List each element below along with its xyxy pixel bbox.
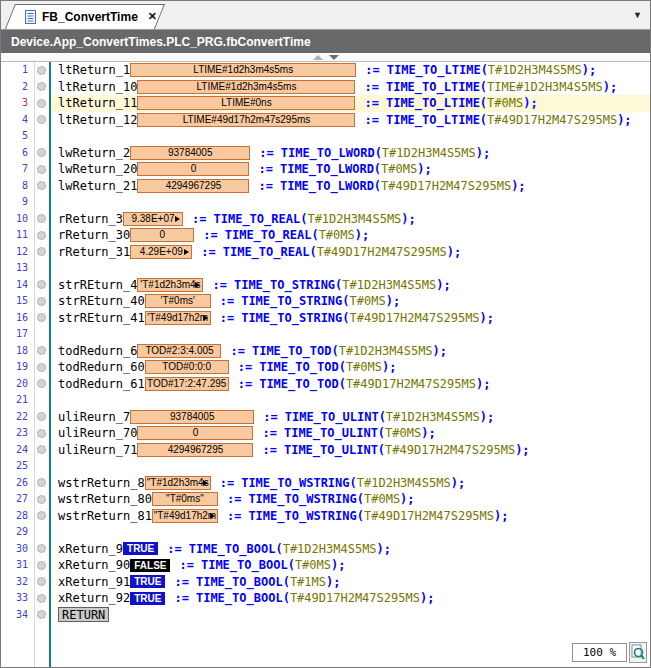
breakpoint-gutter[interactable] (33, 247, 49, 256)
code-line-text[interactable] (51, 194, 650, 211)
breakpoint-bullet[interactable] (37, 429, 46, 438)
inline-value-box[interactable]: 93784005 (130, 146, 250, 160)
bool-value-chip[interactable]: TRUE (130, 592, 165, 605)
value-expand-arrow-icon[interactable] (210, 513, 215, 519)
breakpoint-bullet[interactable] (37, 412, 46, 421)
zoom-level-button[interactable]: 100 % (572, 643, 627, 662)
breakpoint-gutter[interactable] (33, 148, 49, 157)
inline-value-box[interactable]: "T#49d17h2m (152, 509, 218, 523)
code-line-text[interactable]: wstrReturn_8"T#1d2h3m4s:=TIME_TO_WSTRING… (51, 475, 650, 492)
code-line-text[interactable]: rReturn_300:=TIME_TO_REAL(T#0MS); (51, 227, 650, 244)
code-line-text[interactable] (51, 392, 650, 409)
tab-fb-converttime[interactable]: FB_ConvertTime ✕ (15, 4, 165, 29)
breakpoint-gutter[interactable] (33, 445, 49, 454)
magnifier-button[interactable] (629, 642, 647, 663)
breakpoint-gutter[interactable] (33, 297, 49, 306)
breakpoint-bullet[interactable] (37, 544, 46, 553)
breakpoint-bullet[interactable] (37, 313, 46, 322)
code-line-text[interactable]: lwReturn_214294967295:=TIME_TO_LWORD(T#4… (51, 178, 650, 195)
bool-value-chip[interactable]: TRUE (123, 542, 158, 555)
breakpoint-bullet[interactable] (37, 577, 46, 586)
inline-value-box[interactable]: 4.29E+09 (130, 245, 192, 259)
code-line-text[interactable]: ltReturn_11LTIME#0ns:=TIME_TO_LTIME(T#0M… (51, 95, 650, 112)
inline-value-box[interactable]: 'T#1d2h3m4s (137, 278, 203, 292)
inline-value-box[interactable]: LTIME#1d2h3m4s5ms (137, 80, 355, 94)
code-line-text[interactable]: xReturn_9TRUE:=TIME_TO_BOOL(T#1D2H3M4S5M… (51, 541, 650, 558)
breakpoint-bullet[interactable] (37, 247, 46, 256)
tab-list-dropdown-icon[interactable]: ▼ (633, 10, 642, 20)
breakpoint-gutter[interactable] (33, 495, 49, 504)
value-expand-arrow-icon[interactable] (184, 249, 189, 255)
inline-value-box[interactable]: LTIME#1d2h3m4s5ms (130, 63, 356, 77)
breakpoint-gutter[interactable] (33, 313, 49, 322)
breakpoint-gutter[interactable] (33, 610, 49, 619)
code-line-text[interactable] (51, 128, 650, 145)
code-line-text[interactable]: wstrReturn_80"T#0ms":=TIME_TO_WSTRING(T#… (51, 491, 650, 508)
code-line-text[interactable]: todRedurn_60TOD#0:0:0:=TIME_TO_TOD(T#0MS… (51, 359, 650, 376)
breakpoint-bullet[interactable] (37, 379, 46, 388)
breakpoint-gutter[interactable] (33, 511, 49, 520)
inline-value-box[interactable]: 0 (137, 426, 253, 440)
inline-value-box[interactable]: 93784005 (130, 410, 254, 424)
breakpoint-bullet[interactable] (37, 165, 46, 174)
breakpoint-gutter[interactable] (33, 577, 49, 586)
breakpoint-gutter[interactable] (33, 99, 49, 108)
code-line-text[interactable]: ltReturn_10LTIME#1d2h3m4s5ms:=TIME_TO_LT… (51, 79, 650, 96)
breakpoint-gutter[interactable] (33, 214, 49, 223)
inline-value-box[interactable]: 0 (137, 162, 249, 176)
breakpoint-gutter[interactable] (33, 280, 49, 289)
declaration-splitter[interactable] (1, 53, 650, 62)
bool-value-chip[interactable]: FALSE (130, 559, 170, 572)
breakpoint-gutter[interactable] (33, 544, 49, 553)
code-line-text[interactable]: rReturn_39.38E+07:=TIME_TO_REAL(T#1D2H3M… (51, 211, 650, 228)
code-line-text[interactable]: lwReturn_293784005:=TIME_TO_LWORD(T#1D2H… (51, 145, 650, 162)
inline-value-box[interactable]: LTIME#49d17h2m47s295ms (137, 113, 355, 127)
breakpoint-gutter[interactable] (33, 363, 49, 372)
inline-value-box[interactable]: 9.38E+07 (123, 212, 183, 226)
inline-value-box[interactable]: TOD#0:0:0 (145, 360, 229, 374)
breakpoint-gutter[interactable] (33, 594, 49, 603)
code-line-text[interactable]: xReturn_92TRUE:=TIME_TO_BOOL(T#49D17H2M4… (51, 590, 650, 607)
inline-value-box[interactable]: "T#1d2h3m4s (145, 476, 211, 490)
breakpoint-gutter[interactable] (33, 66, 49, 75)
breakpoint-bullet[interactable] (37, 148, 46, 157)
code-line-text[interactable]: rReturn_314.29E+09:=TIME_TO_REAL(T#49D17… (51, 244, 650, 261)
code-line-text[interactable]: lwReturn_200:=TIME_TO_LWORD(T#0MS); (51, 161, 650, 178)
breakpoint-gutter[interactable] (33, 165, 49, 174)
breakpoint-gutter[interactable] (33, 478, 49, 487)
code-editor[interactable]: 1ltReturn_1LTIME#1d2h3m4s5ms:=TIME_TO_LT… (1, 62, 650, 667)
inline-value-box[interactable]: 4294967295 (137, 179, 249, 193)
breakpoint-bullet[interactable] (37, 280, 46, 289)
breakpoint-bullet[interactable] (37, 214, 46, 223)
breakpoint-gutter[interactable] (33, 231, 49, 240)
breakpoint-bullet[interactable] (37, 66, 46, 75)
breakpoint-bullet[interactable] (37, 478, 46, 487)
breakpoint-bullet[interactable] (37, 561, 46, 570)
code-line-text[interactable]: todRedurn_61TOD#17:2:47.295:=TIME_TO_TOD… (51, 376, 650, 393)
breakpoint-bullet[interactable] (37, 231, 46, 240)
breakpoint-bullet[interactable] (37, 297, 46, 306)
breakpoint-bullet[interactable] (37, 99, 46, 108)
code-line-text[interactable] (51, 524, 650, 541)
inline-value-box[interactable]: 'T#0ms' (145, 294, 211, 308)
breakpoint-gutter[interactable] (33, 82, 49, 91)
value-expand-arrow-icon[interactable] (203, 480, 208, 486)
code-line-text[interactable]: xReturn_91TRUE:=TIME_TO_BOOL(T#1MS); (51, 574, 650, 591)
breakpoint-bullet[interactable] (37, 495, 46, 504)
breakpoint-gutter[interactable] (33, 429, 49, 438)
value-expand-arrow-icon[interactable] (203, 315, 208, 321)
breakpoint-bullet[interactable] (37, 445, 46, 454)
breakpoint-gutter[interactable] (33, 115, 49, 124)
breakpoint-bullet[interactable] (37, 181, 46, 190)
breakpoint-gutter[interactable] (33, 561, 49, 570)
code-line-text[interactable]: wstrReturn_81"T#49d17h2m:=TIME_TO_WSTRIN… (51, 508, 650, 525)
code-line-text[interactable]: RETURN (51, 607, 650, 624)
inline-value-box[interactable]: 4294967295 (137, 443, 253, 457)
code-line-text[interactable]: strREturn_4'T#1d2h3m4s:=TIME_TO_STRING(T… (51, 277, 650, 294)
value-expand-arrow-icon[interactable] (175, 216, 180, 222)
code-line-text[interactable]: xReturn_90FALSE:=TIME_TO_BOOL(T#0MS); (51, 557, 650, 574)
breakpoint-gutter[interactable] (33, 379, 49, 388)
code-line-text[interactable]: strREturn_40'T#0ms':=TIME_TO_STRING(T#0M… (51, 293, 650, 310)
breakpoint-gutter[interactable] (33, 181, 49, 190)
code-line-text[interactable]: ltReturn_1LTIME#1d2h3m4s5ms:=TIME_TO_LTI… (51, 62, 650, 79)
